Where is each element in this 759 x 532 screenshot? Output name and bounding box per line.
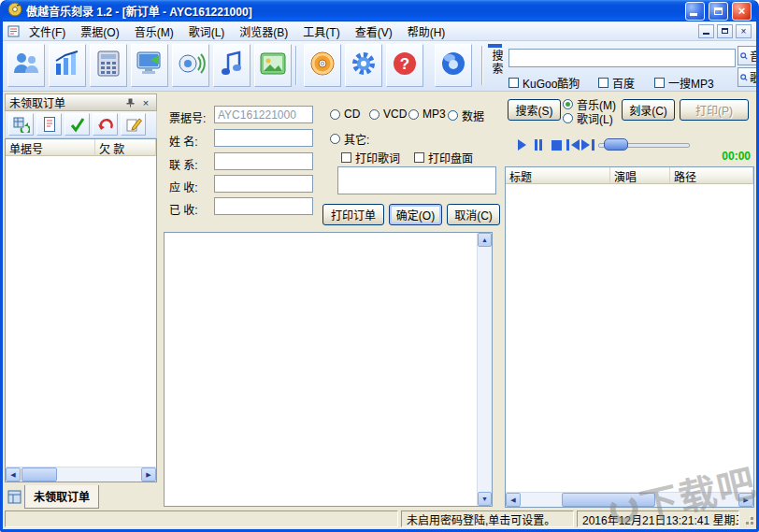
- mdi-restore-button[interactable]: [717, 24, 733, 38]
- print-cover-checkbox[interactable]: 打印盘面: [414, 150, 473, 165]
- name-field[interactable]: [214, 129, 313, 147]
- broadcast-button[interactable]: [172, 44, 209, 87]
- titlebar[interactable]: 傲越音乐刻录 1.2 - [新订单 - AYC161221000] ×: [3, 0, 756, 22]
- received-field[interactable]: [214, 197, 313, 215]
- refresh-orders-button[interactable]: [8, 113, 34, 136]
- burn-cd-button[interactable]: 刻录(C): [622, 99, 675, 121]
- print-order-button[interactable]: 打印订单: [322, 204, 384, 225]
- ticket-number-field[interactable]: [214, 106, 313, 123]
- maximize-button[interactable]: [709, 2, 728, 21]
- menu-receipt[interactable]: 票据(O): [73, 22, 126, 41]
- pin-button[interactable]: [123, 96, 136, 109]
- toolbar-separator: [481, 46, 483, 85]
- seek-slider-thumb[interactable]: [604, 138, 628, 151]
- type-other-radio[interactable]: 其它:: [330, 131, 369, 147]
- ok-button[interactable]: 确定(O): [389, 204, 442, 225]
- close-button[interactable]: ×: [732, 2, 752, 21]
- play-button[interactable]: [518, 138, 526, 151]
- engine-kugoo-label: KuGoo酷狗: [523, 75, 580, 91]
- print-lyrics-checkbox[interactable]: 打印歌词: [341, 150, 400, 165]
- scroll-left-icon[interactable]: ◀: [506, 493, 521, 507]
- search-music-button[interactable]: 音: [738, 46, 756, 65]
- menu-view[interactable]: 查看(V): [348, 22, 400, 41]
- app-icon: [7, 2, 22, 21]
- receivable-field[interactable]: [214, 175, 313, 193]
- column-title[interactable]: 标题: [506, 167, 610, 184]
- panel-close-button[interactable]: ×: [139, 96, 152, 109]
- help-button[interactable]: ?: [386, 44, 423, 87]
- status-datetime: 2016年12月21日13:21:41 星期三: [577, 510, 739, 527]
- minimize-button[interactable]: [685, 2, 705, 21]
- customers-button[interactable]: [7, 44, 45, 87]
- lyrics-radio[interactable]: 歌词(L): [563, 110, 613, 126]
- print-button[interactable]: 打印(P): [680, 99, 749, 121]
- menu-music[interactable]: 音乐(M): [127, 22, 181, 41]
- resize-grip[interactable]: [742, 512, 754, 527]
- search-lyrics-button[interactable]: 歌: [738, 67, 756, 87]
- orders-listview: 单据号 欠 款 ◀ ▶: [5, 138, 157, 482]
- tracks-hscrollbar[interactable]: ◀ ▶: [506, 492, 753, 507]
- search-button[interactable]: 搜索(S): [508, 99, 561, 121]
- edit-button[interactable]: [121, 113, 146, 136]
- media-button[interactable]: [254, 44, 292, 87]
- undo-button[interactable]: [93, 113, 118, 136]
- menu-help[interactable]: 帮助(H): [400, 22, 453, 41]
- mdi-minimize-button[interactable]: [698, 24, 714, 38]
- mdi-close-button[interactable]: ×: [736, 24, 752, 38]
- scroll-thumb[interactable]: [21, 467, 57, 482]
- stop-icon: [551, 140, 562, 151]
- settings-button[interactable]: [345, 44, 382, 87]
- status-password-message[interactable]: 未启用密码登陆,单击可设置。: [401, 510, 574, 527]
- type-mp3-radio[interactable]: MP3: [408, 108, 446, 121]
- checkbox-icon: [414, 152, 424, 163]
- type-data-radio[interactable]: 数据: [448, 108, 484, 123]
- scroll-thumb[interactable]: [562, 493, 655, 507]
- engine-kugoo-checkbox[interactable]: KuGoo酷狗: [508, 75, 580, 91]
- music-button[interactable]: [213, 44, 251, 87]
- other-text-area[interactable]: [337, 166, 496, 194]
- scroll-down-icon[interactable]: ▼: [478, 492, 492, 506]
- toolbar: ? 搜索 KuGoo酷狗 百度 一搜MP3 音 歌: [3, 41, 756, 92]
- orders-hscrollbar[interactable]: ◀ ▶: [6, 467, 156, 482]
- stats-button[interactable]: [49, 44, 86, 87]
- orders-list-body[interactable]: [6, 156, 156, 467]
- refresh-grid-icon: [13, 116, 30, 133]
- menu-file[interactable]: 文件(F): [21, 22, 73, 41]
- scroll-left-icon[interactable]: ◀: [6, 467, 21, 482]
- column-artist[interactable]: 演唱: [610, 167, 670, 184]
- cancel-button[interactable]: 取消(C): [447, 204, 500, 225]
- type-cd-radio[interactable]: CD: [330, 108, 360, 121]
- calculator-button[interactable]: [90, 44, 127, 87]
- burn-button[interactable]: [304, 44, 341, 87]
- pencil-icon: [125, 116, 142, 133]
- engine-yisou-checkbox[interactable]: 一搜MP3: [654, 75, 714, 91]
- menu-browser[interactable]: 浏览器(B): [232, 22, 295, 41]
- menu-lyrics[interactable]: 歌词(L): [181, 22, 233, 41]
- pause-button[interactable]: [535, 138, 542, 151]
- tab-pending-orders[interactable]: 未领取订单: [24, 485, 99, 509]
- scroll-right-icon[interactable]: ▶: [738, 493, 753, 507]
- next-button[interactable]: [581, 138, 594, 151]
- order-detail-vscrollbar[interactable]: ▲ ▼: [477, 233, 492, 506]
- type-vcd-radio[interactable]: VCD: [369, 108, 407, 121]
- search-input[interactable]: [508, 49, 736, 67]
- ticket-label: 票据号:: [169, 109, 206, 125]
- column-order-number[interactable]: 单据号: [6, 139, 95, 156]
- order-detail-area[interactable]: ▲ ▼: [164, 232, 493, 507]
- contact-field[interactable]: [214, 152, 313, 170]
- computer-button[interactable]: [131, 44, 168, 87]
- column-amount-due[interactable]: 欠 款: [95, 139, 156, 156]
- previous-button[interactable]: [566, 138, 580, 151]
- scroll-up-icon[interactable]: ▲: [478, 233, 492, 247]
- menu-tools[interactable]: 工具(T): [295, 22, 347, 41]
- web-globe-icon: [438, 49, 468, 82]
- statusbar: 未启用密码登陆,单击可设置。 2016年12月21日13:21:41 星期三: [3, 509, 756, 529]
- stop-button[interactable]: [551, 138, 562, 151]
- column-path[interactable]: 路径: [670, 167, 753, 184]
- tracks-list-body[interactable]: [506, 184, 753, 492]
- confirm-button[interactable]: [64, 113, 90, 136]
- engine-baidu-checkbox[interactable]: 百度: [598, 75, 635, 91]
- receipt-button[interactable]: [36, 113, 62, 136]
- web-button[interactable]: [435, 44, 472, 87]
- scroll-right-icon[interactable]: ▶: [141, 467, 156, 482]
